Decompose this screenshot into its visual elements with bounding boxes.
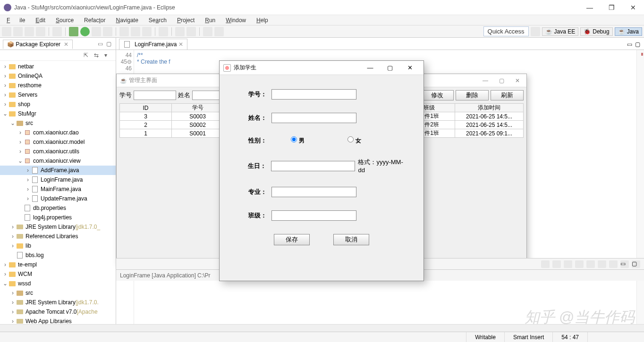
menu-search[interactable]: Search (144, 16, 171, 25)
java-app-icon: ☕ (119, 77, 127, 84)
dialog-close-button[interactable]: ✕ (400, 64, 420, 71)
java-app-icon (223, 64, 231, 72)
print-icon[interactable] (36, 27, 45, 36)
add-dialog-title: 添加学生 (234, 64, 256, 72)
maximize-editor-icon[interactable]: ▢ (635, 41, 640, 48)
open-perspective-icon[interactable] (531, 27, 540, 36)
console-scroll-icon[interactable] (575, 260, 584, 268)
close-tab-icon[interactable]: ✕ (178, 41, 183, 48)
new-package-icon[interactable] (119, 27, 129, 36)
toggle-mark-icon[interactable] (175, 27, 185, 36)
new-icon[interactable] (2, 27, 11, 36)
save-button[interactable]: 保存 (274, 234, 310, 245)
add-name-input[interactable] (271, 113, 356, 123)
run-icon[interactable] (80, 27, 90, 36)
cancel-button[interactable]: 取消 (333, 234, 369, 245)
radio-male[interactable]: 男 (271, 136, 305, 145)
birth-hint: 格式：yyyy-MM-dd (358, 158, 409, 174)
menu-navigate[interactable]: Navigate (111, 16, 143, 25)
package-explorer-view: 📦 Package Explorer ✕ ▭ ▢ ⇱ ⇆ ▾ ›netbar ›… (0, 38, 116, 327)
run-last-icon[interactable] (92, 27, 101, 36)
console-min-icon[interactable]: ▭ (620, 260, 629, 268)
eclipse-icon (4, 4, 11, 11)
dialog-minimize-button[interactable]: — (360, 64, 380, 71)
mgr-window-title: 管理主界面 (129, 76, 157, 84)
refresh-button[interactable]: 刷新 (491, 90, 524, 100)
mgr-minimize-button[interactable]: — (479, 77, 491, 84)
save-all-icon[interactable] (25, 27, 34, 36)
menu-source[interactable]: Source (51, 16, 78, 25)
menu-help[interactable]: Help (252, 16, 273, 25)
close-tab-icon[interactable]: ✕ (64, 41, 68, 48)
minimize-view-icon[interactable]: ▭ (98, 41, 104, 47)
maximize-view-icon[interactable]: ▢ (106, 41, 113, 47)
minimize-editor-icon[interactable]: ▭ (627, 41, 632, 48)
console-max-icon[interactable]: ▢ (632, 260, 640, 268)
tree-item-addframe: ›AddFrame.java (0, 166, 116, 175)
perspective-debug[interactable]: 🐞 Debug (580, 27, 612, 36)
project-tree[interactable]: ›netbar ›OnlineQA ›resthome ›Servers ›sh… (0, 61, 116, 327)
menubar: File Edit Source Refactor Navigate Searc… (0, 15, 644, 25)
open-type-icon[interactable] (142, 27, 152, 36)
quick-access-input[interactable]: Quick Access (483, 26, 529, 36)
radio-female[interactable]: 女 (328, 136, 361, 145)
window-titlebar: Java - StuMgr/src/com/xiaoniucr/view/Log… (0, 0, 644, 15)
perspective-javaee[interactable]: ☕ Java EE (542, 27, 579, 36)
menu-project[interactable]: Project (172, 16, 199, 25)
mgr-maximize-button[interactable]: ▢ (495, 77, 508, 84)
main-toolbar: Quick Access ☕ Java EE 🐞 Debug ☕ Java (0, 25, 644, 38)
console-pin-icon[interactable] (564, 260, 572, 268)
new-class-icon[interactable] (131, 27, 140, 36)
add-major-input[interactable] (271, 187, 356, 197)
dialog-maximize-button[interactable]: ▢ (380, 64, 400, 71)
back-icon[interactable] (203, 27, 212, 36)
status-insert: Smart Insert (504, 332, 552, 342)
forward-icon[interactable] (214, 27, 224, 36)
mgr-close-button[interactable]: ✕ (511, 77, 524, 84)
explorer-hscroll[interactable] (0, 324, 116, 332)
editor-hscroll[interactable] (116, 324, 644, 332)
console-clear-icon[interactable] (586, 260, 595, 268)
label-name: 姓名 (178, 91, 190, 100)
add-birth-input[interactable] (271, 161, 355, 171)
delete-button[interactable]: 删除 (456, 90, 489, 100)
modify-button[interactable]: 修改 (421, 90, 454, 100)
menu-file[interactable]: File (2, 16, 30, 25)
console-remove-icon[interactable] (541, 260, 550, 268)
perspective-java[interactable]: ☕ Java (615, 27, 642, 36)
console-display-icon[interactable] (598, 260, 606, 268)
build-icon[interactable] (52, 27, 62, 36)
label-sno: 学号 (119, 91, 132, 100)
add-student-dialog: 添加学生 — ▢ ✕ 学号： 姓名： 性别： 男 女 生日：格式：yyyy-MM… (219, 60, 424, 281)
editor-tab-loginframe[interactable]: LoginFrame.java ✕ (119, 39, 187, 50)
search-icon[interactable] (159, 27, 168, 36)
status-writable: Writable (466, 332, 504, 342)
save-icon[interactable] (13, 27, 23, 36)
statusbar: Writable Smart Insert 54 : 47 (0, 332, 644, 342)
menu-edit[interactable]: Edit (31, 16, 50, 25)
add-sno-input[interactable] (271, 89, 356, 100)
package-explorer-tab[interactable]: 📦 Package Explorer ✕ (3, 40, 73, 49)
menu-refactor[interactable]: Refactor (79, 16, 110, 25)
status-cursor-pos: 54 : 47 (552, 332, 587, 342)
window-title: Java - StuMgr/src/com/xiaoniucr/view/Log… (14, 4, 175, 11)
debug-icon[interactable] (69, 27, 78, 36)
add-class-input[interactable] (271, 210, 356, 221)
overview-ruler[interactable] (636, 50, 644, 327)
console-open-icon[interactable] (609, 260, 618, 268)
menu-run[interactable]: Run (200, 16, 220, 25)
toggle-block-icon[interactable] (186, 27, 196, 36)
collapse-all-icon[interactable]: ⇱ (84, 52, 91, 58)
input-sno[interactable] (134, 91, 176, 100)
close-button[interactable]: ✕ (622, 0, 644, 15)
link-editor-icon[interactable]: ⇆ (94, 52, 102, 58)
menu-window[interactable]: Window (221, 16, 251, 25)
minimize-button[interactable]: — (579, 0, 601, 15)
view-menu-icon[interactable]: ▾ (104, 52, 112, 58)
console-removeall-icon[interactable] (552, 260, 561, 268)
ext-tools-icon[interactable] (103, 27, 112, 36)
maximize-button[interactable]: ❐ (601, 0, 622, 15)
